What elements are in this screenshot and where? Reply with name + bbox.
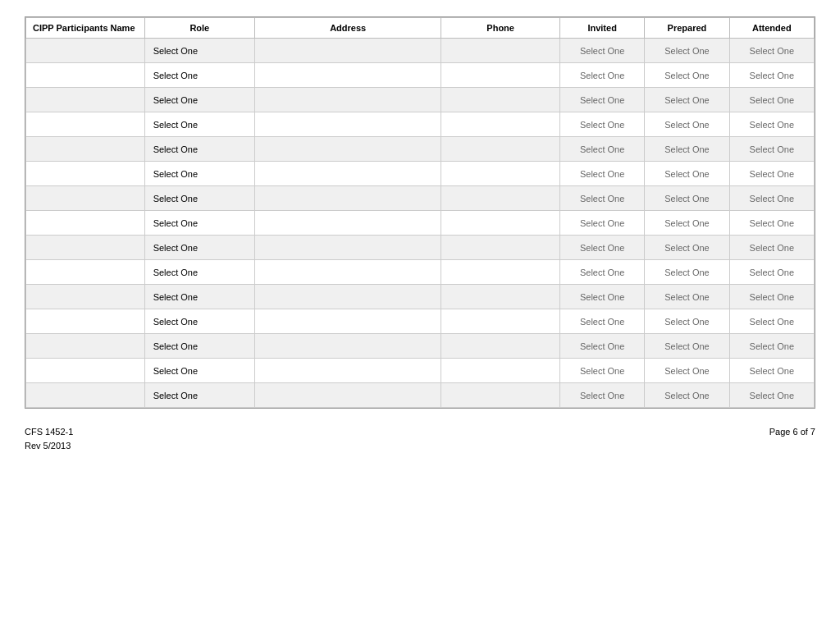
cell-phone[interactable] (441, 162, 560, 186)
cell-phone[interactable] (441, 309, 560, 334)
cell-phone[interactable] (441, 383, 560, 408)
cell-invited[interactable]: Select One (559, 334, 644, 359)
cell-address[interactable] (254, 162, 441, 186)
cell-attended[interactable]: Select One (729, 285, 814, 309)
cell-name[interactable] (26, 383, 145, 408)
cell-role[interactable]: Select One (144, 260, 254, 285)
cell-address[interactable] (254, 260, 441, 285)
cell-invited[interactable]: Select One (559, 383, 644, 408)
cell-phone[interactable] (441, 236, 560, 260)
cell-name[interactable] (26, 137, 145, 162)
cell-role[interactable]: Select One (144, 162, 254, 186)
cell-prepared[interactable]: Select One (645, 211, 729, 236)
cell-role[interactable]: Select One (144, 186, 254, 211)
cell-prepared[interactable]: Select One (645, 383, 729, 408)
cell-address[interactable] (254, 39, 441, 63)
cell-name[interactable] (26, 260, 145, 285)
cell-phone[interactable] (441, 285, 560, 309)
cell-invited[interactable]: Select One (559, 88, 644, 112)
cell-role[interactable]: Select One (144, 137, 254, 162)
cell-role[interactable]: Select One (144, 88, 254, 112)
cell-role[interactable]: Select One (144, 39, 254, 63)
cell-attended[interactable]: Select One (729, 112, 814, 137)
cell-attended[interactable]: Select One (729, 39, 814, 63)
cell-invited[interactable]: Select One (559, 359, 644, 383)
cell-invited[interactable]: Select One (559, 236, 644, 260)
cell-invited[interactable]: Select One (559, 211, 644, 236)
cell-address[interactable] (254, 236, 441, 260)
cell-address[interactable] (254, 186, 441, 211)
cell-invited[interactable]: Select One (559, 63, 644, 88)
cell-name[interactable] (26, 88, 145, 112)
cell-prepared[interactable]: Select One (645, 309, 729, 334)
cell-invited[interactable]: Select One (559, 285, 644, 309)
cell-prepared[interactable]: Select One (645, 39, 729, 63)
cell-prepared[interactable]: Select One (645, 359, 729, 383)
cell-prepared[interactable]: Select One (645, 137, 729, 162)
cell-role[interactable]: Select One (144, 309, 254, 334)
cell-address[interactable] (254, 285, 441, 309)
cell-name[interactable] (26, 39, 145, 63)
cell-role[interactable]: Select One (144, 63, 254, 88)
cell-prepared[interactable]: Select One (645, 334, 729, 359)
cell-prepared[interactable]: Select One (645, 285, 729, 309)
cell-name[interactable] (26, 334, 145, 359)
cell-prepared[interactable]: Select One (645, 63, 729, 88)
cell-prepared[interactable]: Select One (645, 112, 729, 137)
cell-name[interactable] (26, 359, 145, 383)
cell-attended[interactable]: Select One (729, 211, 814, 236)
cell-address[interactable] (254, 112, 441, 137)
cell-name[interactable] (26, 285, 145, 309)
cell-attended[interactable]: Select One (729, 186, 814, 211)
cell-role[interactable]: Select One (144, 112, 254, 137)
cell-phone[interactable] (441, 88, 560, 112)
cell-invited[interactable]: Select One (559, 162, 644, 186)
cell-role[interactable]: Select One (144, 236, 254, 260)
cell-phone[interactable] (441, 260, 560, 285)
cell-phone[interactable] (441, 359, 560, 383)
cell-attended[interactable]: Select One (729, 260, 814, 285)
cell-phone[interactable] (441, 112, 560, 137)
cell-address[interactable] (254, 309, 441, 334)
cell-attended[interactable]: Select One (729, 383, 814, 408)
cell-attended[interactable]: Select One (729, 236, 814, 260)
cell-phone[interactable] (441, 334, 560, 359)
cell-role[interactable]: Select One (144, 359, 254, 383)
cell-invited[interactable]: Select One (559, 39, 644, 63)
cell-attended[interactable]: Select One (729, 88, 814, 112)
cell-phone[interactable] (441, 137, 560, 162)
cell-address[interactable] (254, 88, 441, 112)
cell-address[interactable] (254, 359, 441, 383)
cell-name[interactable] (26, 211, 145, 236)
cell-attended[interactable]: Select One (729, 359, 814, 383)
cell-address[interactable] (254, 383, 441, 408)
cell-role[interactable]: Select One (144, 383, 254, 408)
cell-invited[interactable]: Select One (559, 309, 644, 334)
cell-phone[interactable] (441, 211, 560, 236)
cell-prepared[interactable]: Select One (645, 260, 729, 285)
cell-attended[interactable]: Select One (729, 137, 814, 162)
cell-address[interactable] (254, 63, 441, 88)
cell-prepared[interactable]: Select One (645, 88, 729, 112)
cell-name[interactable] (26, 186, 145, 211)
cell-attended[interactable]: Select One (729, 334, 814, 359)
cell-prepared[interactable]: Select One (645, 236, 729, 260)
cell-name[interactable] (26, 236, 145, 260)
cell-invited[interactable]: Select One (559, 137, 644, 162)
cell-attended[interactable]: Select One (729, 309, 814, 334)
cell-role[interactable]: Select One (144, 211, 254, 236)
cell-phone[interactable] (441, 186, 560, 211)
cell-name[interactable] (26, 162, 145, 186)
cell-phone[interactable] (441, 39, 560, 63)
cell-role[interactable]: Select One (144, 285, 254, 309)
cell-address[interactable] (254, 137, 441, 162)
cell-name[interactable] (26, 309, 145, 334)
cell-prepared[interactable]: Select One (645, 162, 729, 186)
cell-prepared[interactable]: Select One (645, 186, 729, 211)
cell-name[interactable] (26, 63, 145, 88)
cell-attended[interactable]: Select One (729, 63, 814, 88)
cell-phone[interactable] (441, 63, 560, 88)
cell-name[interactable] (26, 112, 145, 137)
cell-attended[interactable]: Select One (729, 162, 814, 186)
cell-invited[interactable]: Select One (559, 260, 644, 285)
